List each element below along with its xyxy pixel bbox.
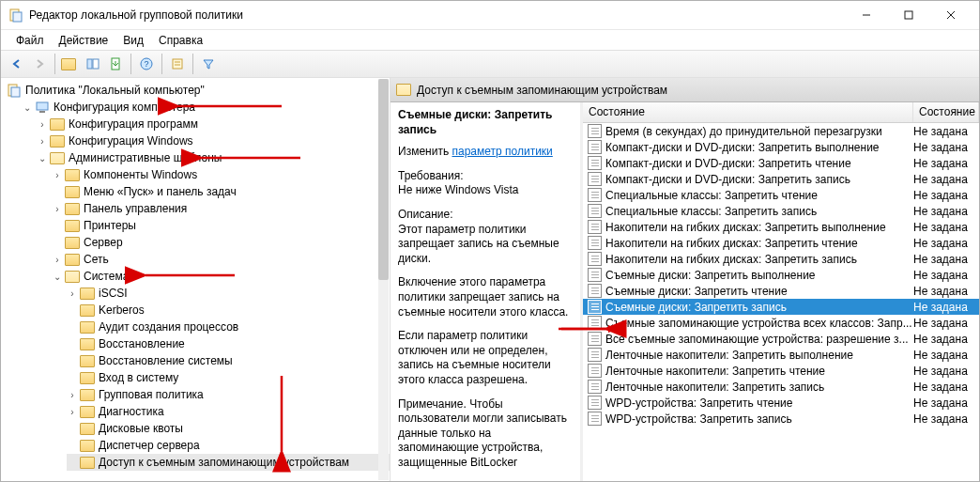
menu-help[interactable]: Справка xyxy=(151,32,210,49)
list-row[interactable]: Все съемные запоминающие устройства: раз… xyxy=(583,331,979,347)
tree-item[interactable]: ›Панель управления xyxy=(52,200,390,217)
col-state-header[interactable]: Состояние xyxy=(583,102,913,122)
tree-software-settings[interactable]: ›Конфигурация программ xyxy=(37,116,390,132)
list-row[interactable]: Специальные классы: Запретить чтениеНе з… xyxy=(583,187,979,203)
setting-state: Не задана xyxy=(913,157,979,170)
setting-name: Накопители на гибких дисках: Запретить в… xyxy=(605,221,913,234)
help-button[interactable]: ? xyxy=(136,54,157,74)
svg-text:?: ? xyxy=(144,59,148,69)
tree-item[interactable]: Сервер xyxy=(52,234,390,251)
minimize-button[interactable] xyxy=(845,2,887,28)
setting-state: Не задана xyxy=(913,125,979,138)
list-row[interactable]: Накопители на гибких дисках: Запретить в… xyxy=(583,219,979,235)
tree-item[interactable]: ›iSCSI xyxy=(67,285,390,302)
chevron-down-icon[interactable]: ⌄ xyxy=(52,271,63,282)
list-row[interactable]: Съемные диски: Запретить выполнениеНе за… xyxy=(583,267,979,283)
show-hide-tree-button[interactable] xyxy=(83,54,103,74)
list-row[interactable]: Съемные запоминающие устройства всех кла… xyxy=(583,315,979,331)
list-row[interactable]: Съемные диски: Запретить записьНе задана xyxy=(583,299,979,315)
list-row[interactable]: Ленточные накопители: Запретить записьНе… xyxy=(583,379,979,395)
tree-item[interactable]: Дисковые квоты xyxy=(67,420,390,437)
detail-header: Доступ к съемным запоминающим устройства… xyxy=(390,78,979,102)
folder-icon xyxy=(50,150,65,165)
chevron-right-icon[interactable]: › xyxy=(67,288,78,299)
setting-name: Съемные диски: Запретить чтение xyxy=(605,285,913,298)
setting-name: Накопители на гибких дисках: Запретить ч… xyxy=(605,237,913,250)
list-row[interactable]: Ленточные накопители: Запретить выполнен… xyxy=(583,347,979,363)
tree-item[interactable]: Принтеры xyxy=(52,217,390,234)
tree-item[interactable]: ›Диагностика xyxy=(67,403,390,420)
chevron-right-icon[interactable]: › xyxy=(52,203,63,214)
tree-item[interactable]: Диспетчер сервера xyxy=(67,437,390,454)
tree-item[interactable]: ›Сеть xyxy=(52,251,390,268)
list-row[interactable]: Ленточные накопители: Запретить чтениеНе… xyxy=(583,363,979,379)
chevron-down-icon[interactable]: ⌄ xyxy=(22,101,33,113)
tree-item[interactable]: Kerberos xyxy=(67,302,390,319)
settings-list[interactable]: Состояние Состояние Время (в секундах) д… xyxy=(583,102,979,481)
list-row[interactable]: WPD-устройства: Запретить записьНе задан… xyxy=(583,411,979,427)
col-state2-header[interactable]: Состояние xyxy=(913,102,979,122)
menu-action[interactable]: Действие xyxy=(52,32,116,49)
forward-button[interactable] xyxy=(29,54,50,74)
back-button[interactable] xyxy=(7,54,27,74)
properties-button[interactable] xyxy=(167,54,188,74)
chevron-down-icon[interactable]: ⌄ xyxy=(37,152,48,163)
export-button[interactable] xyxy=(105,54,126,74)
list-row[interactable]: WPD-устройства: Запретить чтениеНе задан… xyxy=(583,395,979,411)
setting-name: Все съемные запоминающие устройства: раз… xyxy=(605,333,913,346)
folder-icon xyxy=(65,184,80,199)
list-row[interactable]: Съемные диски: Запретить чтениеНе задана xyxy=(583,283,979,299)
chevron-right-icon[interactable]: › xyxy=(67,406,78,417)
menu-view[interactable]: Вид xyxy=(115,32,151,49)
tree-root[interactable]: Политика "Локальный компьютер" xyxy=(7,82,390,99)
close-button[interactable] xyxy=(929,2,972,28)
tree-item[interactable]: ›Компоненты Windows xyxy=(52,166,390,183)
setting-icon xyxy=(587,316,602,331)
tree-item[interactable]: Вход в систему xyxy=(67,369,390,386)
menu-file[interactable]: Файл xyxy=(8,32,52,49)
chevron-right-icon[interactable]: › xyxy=(67,389,78,400)
tree-removable-access[interactable]: Доступ к съемным запоминающим устройства… xyxy=(67,454,390,471)
tree-item[interactable]: ›Групповая политика xyxy=(67,386,390,403)
tree-item[interactable]: Восстановление системы xyxy=(67,352,390,369)
folder-icon xyxy=(80,404,95,419)
setting-icon xyxy=(587,364,602,379)
setting-icon xyxy=(587,332,602,347)
filter-button[interactable] xyxy=(198,54,219,74)
svg-rect-15 xyxy=(11,87,20,97)
setting-icon xyxy=(587,220,602,235)
tree-system[interactable]: ⌄Система xyxy=(52,268,390,285)
chevron-right-icon[interactable]: › xyxy=(37,135,48,147)
tree-item[interactable]: Аудит создания процессов xyxy=(67,319,390,335)
chevron-right-icon[interactable]: › xyxy=(52,254,63,265)
folder-icon xyxy=(80,303,95,318)
list-header[interactable]: Состояние Состояние xyxy=(583,102,979,123)
setting-name: Съемные диски: Запретить выполнение xyxy=(605,269,913,282)
setting-name: WPD-устройства: Запретить запись xyxy=(605,412,913,426)
folder-icon xyxy=(65,252,80,267)
list-row[interactable]: Время (в секундах) до принудительной пер… xyxy=(583,123,979,139)
list-row[interactable]: Компакт-диски и DVD-диски: Запретить зап… xyxy=(583,171,979,187)
setting-icon xyxy=(587,156,602,171)
chevron-right-icon[interactable]: › xyxy=(52,169,63,180)
list-row[interactable]: Накопители на гибких дисках: Запретить з… xyxy=(583,251,979,267)
tree-admin-templates[interactable]: ⌄Административные шаблоны xyxy=(37,149,390,166)
edit-policy-link[interactable]: параметр политики xyxy=(452,145,552,158)
tree-windows-settings[interactable]: ›Конфигурация Windows xyxy=(37,132,390,149)
setting-name: Ленточные накопители: Запретить запись xyxy=(605,381,913,394)
maximize-button[interactable] xyxy=(887,2,929,28)
list-row[interactable]: Компакт-диски и DVD-диски: Запретить чте… xyxy=(583,155,979,171)
setting-icon xyxy=(587,188,602,203)
up-button[interactable] xyxy=(60,54,81,74)
scrollbar[interactable] xyxy=(378,79,389,480)
list-row[interactable]: Компакт-диски и DVD-диски: Запретить вып… xyxy=(583,139,979,155)
setting-name: Съемные запоминающие устройства всех кла… xyxy=(605,317,913,330)
tree-item[interactable]: Восстановление xyxy=(67,335,390,352)
tree-pane[interactable]: Политика "Локальный компьютер" ⌄ Конфигу… xyxy=(1,78,390,481)
tree-computer-config[interactable]: ⌄ Конфигурация компьютера xyxy=(22,99,390,116)
tree-item[interactable]: Меню «Пуск» и панель задач xyxy=(52,183,390,200)
setting-state: Не задана xyxy=(913,396,979,410)
chevron-right-icon[interactable]: › xyxy=(37,118,48,130)
list-row[interactable]: Специальные классы: Запретить записьНе з… xyxy=(583,203,979,219)
list-row[interactable]: Накопители на гибких дисках: Запретить ч… xyxy=(583,235,979,251)
